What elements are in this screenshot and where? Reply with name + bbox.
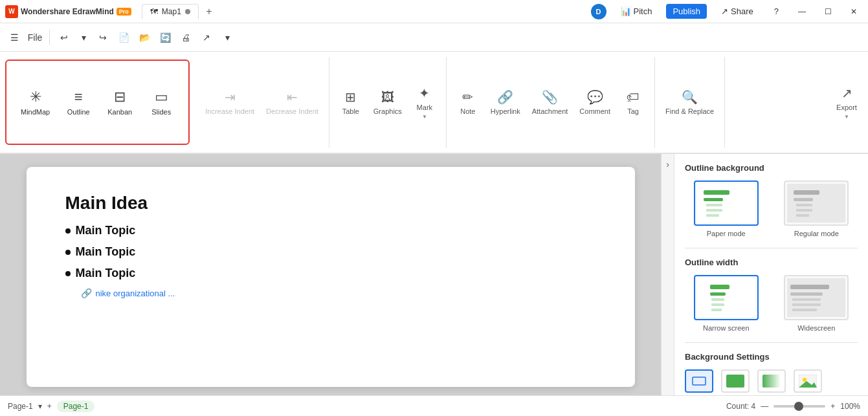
mindmap-label: MindMap [21,108,50,116]
link-item[interactable]: 🔗 nike organizational ... [81,288,596,298]
mark-arrow: ▼ [422,114,427,120]
narrow-screen-option[interactable]: Narrow screen [685,275,768,332]
svg-rect-2 [704,198,723,201]
recover-button[interactable]: 🔄 [156,28,174,47]
pro-badge: Pro [117,8,131,16]
menu-button[interactable]: ☰ [5,28,23,47]
add-tab-button[interactable]: + [201,4,217,19]
bg-gradient-option[interactable]: Gradient [757,369,786,395]
zoom-plus[interactable]: + [830,402,835,411]
titlebar-actions: D 📊 Pitch Publish ↗ Share ? — ☐ ✕ [591,3,863,21]
link-text: nike organizational ... [96,289,175,298]
canvas-area[interactable]: Main Idea Main Topic Main Topic Main Top… [0,154,661,395]
kanban-mode[interactable]: ⊟ Kanban [100,85,139,120]
titlebar: W Wondershare EdrawMind Pro 🗺 Map1 + D 📊… [0,0,868,23]
page-dropdown[interactable]: ▾ [38,402,42,411]
more-btn[interactable]: ▾ [218,28,236,47]
comment-button[interactable]: 💬 Comment [574,85,616,119]
width-options-grid: Narrow screen Widescreen [685,275,858,332]
svg-rect-13 [710,285,729,289]
svg-rect-5 [706,214,719,217]
svg-rect-7 [794,190,819,195]
svg-rect-16 [711,303,724,306]
decrease-indent-label: Decrease Indent [266,107,318,115]
outline-background-title: Outline background [685,163,858,173]
table-icon: ⊞ [345,89,356,105]
statusbar-right: Count: 4 — + 100% [726,402,860,411]
attachment-button[interactable]: 📎 Attachment [527,85,573,119]
svg-rect-19 [790,285,829,289]
bg-solid-box [721,369,750,393]
increase-indent-button[interactable]: ⇥ Increase Indent [200,85,260,119]
decrease-indent-button[interactable]: ⇤ Decrease Indent [261,85,324,119]
graphics-icon: 🖼 [381,90,394,105]
table-button[interactable]: ⊞ Table [335,85,367,119]
note-label: Note [460,107,475,115]
note-button[interactable]: ✏ Note [452,85,484,119]
find-replace-button[interactable]: 🔍 Find & Replace [660,85,719,119]
slides-mode[interactable]: ▭ Slides [142,85,181,120]
bg-picture-box [794,369,822,393]
tab-bar: 🗺 Map1 + [142,4,217,19]
topic-2-label: Main Topic [76,245,136,259]
zoom-value: 100% [840,402,860,411]
indent-section: ⇥ Increase Indent ⇤ Decrease Indent [195,57,329,148]
widescreen-label: Widescreen [797,324,835,332]
share-button[interactable]: ↗ Share [715,4,760,19]
export-button[interactable]: ↗ Export ▼ [830,82,863,124]
mindmap-mode[interactable]: ✳ MindMap [14,85,56,120]
mark-icon: ✦ [419,85,430,101]
bg-none-option[interactable]: None [685,369,713,395]
hyperlink-button[interactable]: 🔗 Hyperlink [485,85,526,119]
svg-rect-21 [792,298,821,301]
file-label[interactable]: File [26,28,44,47]
minimize-button[interactable]: — [793,3,811,21]
graphics-button[interactable]: 🖼 Graphics [368,86,407,119]
publish-button[interactable]: Publish [666,4,707,19]
zoom-minus[interactable]: — [761,402,768,411]
outline-width-title: Outline width [685,257,858,267]
bullet-2 [65,250,71,255]
tag-button[interactable]: 🏷 Tag [617,86,649,119]
map-tab-icon: 🗺 [150,7,158,16]
attachment-label: Attachment [532,107,568,115]
panel-toggle[interactable]: › [661,154,674,395]
bg-solid-option[interactable]: Solid [721,369,750,395]
widescreen-preview [784,275,849,320]
pitch-button[interactable]: 📊 Pitch [614,4,659,19]
regular-mode-option[interactable]: Regular mode [775,181,858,237]
outline-mode[interactable]: ≡ Outline [59,85,98,120]
bg-none-box [685,369,713,393]
export-toolbar-btn[interactable]: ↗ [197,28,216,47]
table-label: Table [342,107,359,115]
mark-button[interactable]: ✦ Mark ▼ [408,82,441,124]
list-item: Main Topic [65,267,596,280]
page-tab[interactable]: Page-1 [57,400,95,412]
zoom-slider[interactable] [773,405,825,408]
hyperlink-label: Hyperlink [491,107,520,115]
redo-button[interactable]: ↪ [94,28,112,47]
print-button[interactable]: 🖨 [177,28,195,47]
avatar[interactable]: D [591,4,606,19]
background-options-grid: Paper mode Regular mode [685,181,858,237]
widescreen-option[interactable]: Widescreen [775,275,858,332]
paper-mode-option[interactable]: Paper mode [685,181,768,237]
map-tab[interactable]: 🗺 Map1 [142,4,199,19]
close-button[interactable]: ✕ [845,3,863,21]
svg-rect-1 [704,190,729,195]
help-button[interactable]: ? [768,4,785,19]
logo-icon: W [5,5,18,18]
open-button[interactable]: 📂 [135,28,153,47]
bg-picture-option[interactable]: Picture [794,369,822,395]
export-section: ↗ Export ▼ [825,57,868,148]
new-button[interactable]: 📄 [115,28,133,47]
add-page-button[interactable]: + [47,402,52,411]
maximize-button[interactable]: ☐ [819,3,837,21]
svg-rect-6 [787,184,845,223]
undo-dropdown[interactable]: ▾ [74,28,93,47]
history-group: ↩ ▾ ↪ [55,28,112,47]
share-icon: ↗ [721,6,728,16]
kanban-label: Kanban [107,108,132,116]
undo-button[interactable]: ↩ [55,28,73,47]
find-replace-label: Find & Replace [665,107,714,115]
